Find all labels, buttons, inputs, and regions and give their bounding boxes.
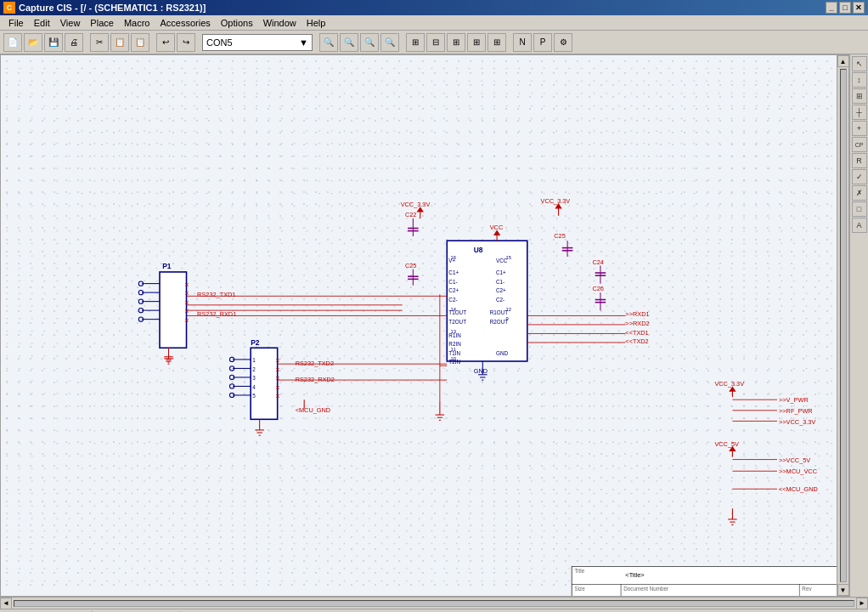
svg-text:×: × bbox=[184, 298, 189, 307]
paste-button[interactable]: 📋 bbox=[131, 33, 149, 52]
svg-text:C2-: C2- bbox=[448, 297, 457, 303]
svg-text:1: 1 bbox=[252, 357, 256, 363]
menu-item-accessories[interactable]: Accessories bbox=[155, 15, 215, 30]
h-scroll-track[interactable] bbox=[14, 600, 854, 607]
schematic-canvas[interactable]: VCC_3.3V C22 C25 VCC_3.3V C25 C24 bbox=[0, 54, 849, 597]
svg-text:×: × bbox=[184, 307, 189, 315]
maximize-button[interactable]: □ bbox=[839, 2, 851, 14]
svg-text:Title: Title bbox=[574, 568, 584, 574]
snap-button[interactable]: ┼ bbox=[852, 105, 867, 120]
svg-text:C1-: C1- bbox=[448, 279, 457, 285]
cp-button[interactable]: CP bbox=[852, 137, 867, 152]
tool2-button[interactable]: ⊟ bbox=[426, 33, 445, 52]
svg-text:P2: P2 bbox=[251, 338, 260, 347]
svg-text:13: 13 bbox=[450, 329, 455, 334]
svg-text:C25: C25 bbox=[554, 232, 565, 240]
drc-button[interactable]: ✗ bbox=[852, 185, 867, 201]
save-button[interactable]: 💾 bbox=[44, 33, 63, 52]
menu-item-edit[interactable]: Edit bbox=[29, 15, 55, 30]
menubar: FileEditViewPlaceMacroAccessoriesOptions… bbox=[0, 15, 868, 31]
rotate-button[interactable]: R bbox=[852, 153, 867, 168]
zoom-fit-button[interactable]: 🔍 bbox=[360, 33, 379, 52]
scroll-up-button[interactable]: ▲ bbox=[837, 55, 849, 67]
tool4-button[interactable]: ⊞ bbox=[467, 33, 486, 52]
svg-text:14: 14 bbox=[450, 307, 456, 312]
svg-text:<<TXD1: <<TXD1 bbox=[625, 329, 648, 337]
part-search-dropdown[interactable]: CON5 ▼ bbox=[202, 34, 313, 51]
titlebar: C Capture CIS - [/ - (SCHEMATIC1 : RS232… bbox=[0, 0, 868, 15]
app-icon: C bbox=[3, 2, 15, 14]
minimize-button[interactable]: _ bbox=[826, 2, 837, 14]
svg-text:10: 10 bbox=[450, 356, 455, 361]
svg-text:>>VCC_5V: >>VCC_5V bbox=[779, 456, 810, 464]
svg-text:11: 11 bbox=[450, 347, 455, 352]
scroll-tool-button[interactable]: ↕ bbox=[852, 72, 867, 88]
menu-item-options[interactable]: Options bbox=[216, 15, 258, 30]
tool5-button[interactable]: ⊞ bbox=[488, 33, 506, 52]
menu-item-view[interactable]: View bbox=[55, 15, 86, 30]
crosshair-button[interactable]: + bbox=[852, 121, 867, 136]
tool1-button[interactable]: ⊞ bbox=[406, 33, 425, 52]
menu-item-file[interactable]: File bbox=[3, 15, 29, 30]
svg-text:<MCU_GND: <MCU_GND bbox=[296, 406, 330, 414]
svg-text:Rev: Rev bbox=[802, 586, 812, 592]
settings-button[interactable]: ⚙ bbox=[554, 33, 572, 52]
redo-button[interactable]: ↪ bbox=[177, 33, 195, 52]
svg-text:2: 2 bbox=[252, 366, 256, 372]
scroll-right-button[interactable]: ► bbox=[856, 598, 868, 609]
svg-text:16: 16 bbox=[450, 255, 455, 260]
svg-text:C1-: C1- bbox=[496, 279, 504, 285]
svg-text:×: × bbox=[276, 383, 280, 392]
svg-text:Size: Size bbox=[574, 586, 585, 592]
svg-text:>>VCC_3.3V: >>VCC_3.3V bbox=[779, 418, 815, 426]
undo-button[interactable]: ↩ bbox=[156, 33, 175, 52]
svg-text:>>MCU_VCC: >>MCU_VCC bbox=[779, 468, 818, 475]
svg-text:Document Number: Document Number bbox=[623, 586, 668, 592]
svg-text:C25: C25 bbox=[405, 262, 416, 269]
svg-rect-1 bbox=[1, 62, 848, 589]
check-button[interactable]: ✓ bbox=[852, 169, 867, 184]
svg-text:<<MCU_GND: <<MCU_GND bbox=[779, 485, 818, 493]
svg-text:A4: A4 bbox=[574, 594, 582, 596]
print-button[interactable]: 🖨 bbox=[65, 33, 83, 52]
svg-text:×: × bbox=[276, 356, 280, 365]
svg-text:15: 15 bbox=[506, 255, 511, 260]
zoom-area-button[interactable]: 🔍 bbox=[380, 33, 399, 52]
svg-text:>>RF_PWR: >>RF_PWR bbox=[779, 407, 813, 415]
cut-button[interactable]: ✂ bbox=[90, 33, 109, 52]
schematic-svg: VCC_3.3V C22 C25 VCC_3.3V C25 C24 bbox=[1, 55, 848, 596]
menu-item-help[interactable]: Help bbox=[302, 15, 331, 30]
text-button[interactable]: A bbox=[852, 218, 867, 233]
h-scrollbar: ◄ ► bbox=[0, 597, 868, 609]
tool3-button[interactable]: ⊞ bbox=[447, 33, 465, 52]
close-button[interactable]: ✕ bbox=[853, 2, 865, 14]
new-button[interactable]: 📄 bbox=[3, 33, 22, 52]
menu-item-macro[interactable]: Macro bbox=[119, 15, 155, 30]
part-button[interactable]: P bbox=[533, 33, 552, 52]
menu-item-place[interactable]: Place bbox=[85, 15, 119, 30]
shape-button[interactable]: □ bbox=[852, 201, 867, 217]
window-title: Capture CIS - [/ - (SCHEMATIC1 : RS2321)… bbox=[19, 3, 826, 13]
select-tool-button[interactable]: ↖ bbox=[852, 56, 867, 71]
svg-rect-165 bbox=[572, 567, 839, 585]
menu-item-window[interactable]: Window bbox=[258, 15, 302, 30]
svg-text:RS232_RXD1: RS232_RXD1 bbox=[197, 310, 236, 318]
part-search-value: CON5 bbox=[206, 37, 233, 48]
svg-text:VCC_5V: VCC_5V bbox=[714, 440, 739, 448]
zoom-in-button[interactable]: 🔍 bbox=[319, 33, 338, 52]
grid-button[interactable]: ⊞ bbox=[852, 88, 867, 104]
svg-text:12: 12 bbox=[506, 307, 511, 312]
copy-button[interactable]: 📋 bbox=[110, 33, 129, 52]
scroll-left-button[interactable]: ◄ bbox=[0, 598, 12, 609]
net-button[interactable]: N bbox=[513, 33, 532, 52]
open-button[interactable]: 📂 bbox=[24, 33, 42, 52]
svg-text:C2+: C2+ bbox=[496, 287, 506, 293]
svg-text:×: × bbox=[184, 289, 189, 298]
svg-text:VCC_3.3V: VCC_3.3V bbox=[541, 197, 571, 205]
svg-text:VCC_3.3V: VCC_3.3V bbox=[401, 201, 431, 208]
svg-text:C24: C24 bbox=[592, 258, 603, 266]
scroll-down-button[interactable]: ▼ bbox=[837, 584, 849, 596]
svg-text:>>V_PWR: >>V_PWR bbox=[779, 396, 809, 404]
zoom-out-button[interactable]: 🔍 bbox=[340, 33, 358, 52]
svg-text:×: × bbox=[276, 392, 280, 400]
